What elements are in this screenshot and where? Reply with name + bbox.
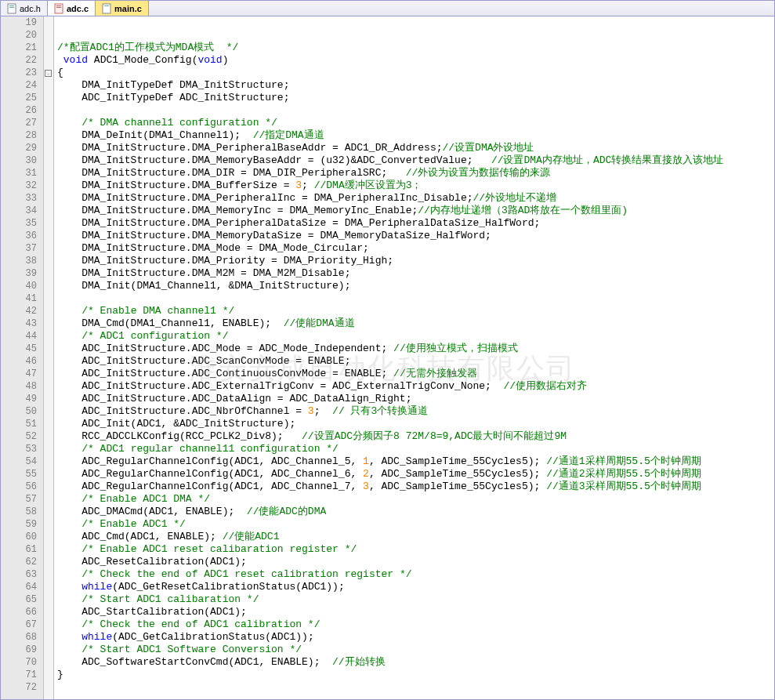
code-line[interactable]: /* Enable DMA channel1 */ (57, 305, 774, 317)
fold-cell (44, 606, 53, 618)
code-line[interactable]: ADC_InitTypeDef ADC_InitStructure; (57, 92, 774, 104)
code-line[interactable]: DMA_InitStructure.DMA_M2M = DMA_M2M_Disa… (57, 267, 774, 280)
fold-gutter[interactable]: - (44, 16, 54, 699)
fold-cell (44, 16, 53, 29)
code-line[interactable]: DMA_Init(DMA1_Channel1, &DMA_InitStructu… (57, 280, 774, 292)
code-line[interactable]: DMA_InitStructure.DMA_Priority = DMA_Pri… (57, 255, 774, 267)
code-line[interactable]: DMA_InitStructure.DMA_PeripheralDataSize… (57, 217, 774, 230)
line-number: 53 (1, 443, 37, 455)
code-line[interactable] (57, 681, 774, 694)
fold-cell (44, 180, 53, 192)
line-number: 20 (1, 29, 37, 42)
code-line[interactable]: ADC_InitStructure.ADC_DataAlign = ADC_Da… (57, 393, 774, 405)
code-line[interactable]: /* ADC1 regular channel11 configuration … (57, 443, 774, 455)
fold-cell (44, 669, 53, 681)
code-line[interactable]: ADC_InitStructure.ADC_ExternalTrigConv =… (57, 380, 774, 393)
line-number: 52 (1, 430, 37, 443)
code-line[interactable] (57, 16, 774, 29)
tab-main-c[interactable]: main.c (96, 1, 149, 16)
code-line[interactable]: ADC_ResetCalibration(ADC1); (57, 556, 774, 568)
code-line[interactable]: DMA_InitStructure.DMA_MemoryDataSize = D… (57, 230, 774, 242)
line-number: 22 (1, 54, 37, 67)
code-line[interactable]: } (57, 669, 774, 681)
code-line[interactable]: while(ADC_GetResetCalibrationStatus(ADC1… (57, 581, 774, 593)
line-number: 42 (1, 305, 37, 317)
code-line[interactable]: /*配置ADC1的工作模式为MDA模式 */ (57, 42, 774, 54)
code-line[interactable]: ADC_InitStructure.ADC_ScanConvMode = ENA… (57, 355, 774, 368)
fold-cell (44, 355, 53, 368)
fold-cell (44, 455, 53, 468)
code-line[interactable]: /* Start ADC1 calibaration */ (57, 593, 774, 606)
fold-cell (44, 405, 53, 418)
fold-cell (44, 506, 53, 518)
fold-cell (44, 54, 53, 67)
tab-adc-c[interactable]: adc.c (48, 1, 96, 16)
code-line[interactable]: ADC_Init(ADC1, &ADC_InitStructure); (57, 418, 774, 430)
code-line[interactable]: ADC_SoftwareStartConvCmd(ADC1, ENABLE); … (57, 656, 774, 669)
code-line[interactable]: DMA_InitStructure.DMA_DIR = DMA_DIR_Peri… (57, 167, 774, 180)
fold-cell (44, 443, 53, 455)
line-number: 23 (1, 67, 37, 79)
line-number: 49 (1, 393, 37, 405)
code-line[interactable]: DMA_Cmd(DMA1_Channel1, ENABLE); //使能DMA通… (57, 317, 774, 330)
line-number: 19 (1, 16, 37, 29)
fold-cell: - (44, 67, 53, 79)
fold-cell (44, 531, 53, 543)
code-line[interactable]: DMA_InitStructure.DMA_MemoryInc = DMA_Me… (57, 205, 774, 217)
code-line[interactable]: DMA_InitStructure.DMA_PeripheralBaseAddr… (57, 142, 774, 154)
code-line[interactable]: /* Enable ADC1 reset calibaration regist… (57, 543, 774, 556)
code-line[interactable]: DMA_InitStructure.DMA_PeripheralInc = DM… (57, 192, 774, 205)
fold-cell (44, 656, 53, 669)
code-line[interactable]: /* Check the end of ADC1 reset calibrati… (57, 568, 774, 581)
code-line[interactable]: ADC_RegularChannelConfig(ADC1, ADC_Chann… (57, 481, 774, 493)
code-line[interactable]: DMA_InitStructure.DMA_BufferSize = 3; //… (57, 180, 774, 192)
code-line[interactable]: /* Enable ADC1 */ (57, 518, 774, 531)
fold-cell (44, 581, 53, 593)
code-line[interactable]: DMA_DeInit(DMA1_Channel1); //指定DMA通道 (57, 129, 774, 142)
code-line[interactable]: ADC_Cmd(ADC1, ENABLE); //使能ADC1 (57, 531, 774, 543)
code-line[interactable]: /* DMA channel1 configuration */ (57, 117, 774, 129)
code-line[interactable]: ADC_InitStructure.ADC_ContinuousConvMode… (57, 368, 774, 380)
line-number: 24 (1, 79, 37, 92)
code-line[interactable] (57, 104, 774, 117)
code-line[interactable]: ADC_InitStructure.ADC_Mode = ADC_Mode_In… (57, 343, 774, 355)
line-number: 27 (1, 117, 37, 129)
tab-adc-h[interactable]: adc.h (1, 1, 48, 16)
code-line[interactable]: ADC_InitStructure.ADC_NbrOfChannel = 3; … (57, 405, 774, 418)
code-line[interactable]: RCC_ADCCLKConfig(RCC_PCLK2_Div8); //设置AD… (57, 430, 774, 443)
fold-cell (44, 330, 53, 343)
tab-label: adc.c (67, 4, 89, 13)
line-number: 31 (1, 167, 37, 180)
svg-rect-5 (56, 7, 61, 8)
code-editor[interactable]: /*配置ADC1的工作模式为MDA模式 */ void ADC1_Mode_Co… (54, 16, 774, 699)
fold-toggle-icon[interactable]: - (45, 70, 52, 77)
code-line[interactable]: ADC_RegularChannelConfig(ADC1, ADC_Chann… (57, 468, 774, 481)
code-line[interactable]: DMA_InitTypeDef DMA_InitStructure; (57, 79, 774, 92)
fold-cell (44, 343, 53, 355)
code-line[interactable]: ADC_RegularChannelConfig(ADC1, ADC_Chann… (57, 455, 774, 468)
code-line[interactable]: /* Enable ADC1 DMA */ (57, 493, 774, 506)
line-number: 61 (1, 543, 37, 556)
code-line[interactable]: ADC_StartCalibration(ADC1); (57, 606, 774, 618)
code-line[interactable] (57, 29, 774, 42)
code-line[interactable]: ADC_DMACmd(ADC1, ENABLE); //使能ADC的DMA (57, 506, 774, 518)
fold-cell (44, 556, 53, 568)
fold-cell (44, 217, 53, 230)
line-number: 28 (1, 129, 37, 142)
code-line[interactable]: { (57, 67, 774, 79)
code-line[interactable]: /* ADC1 configuration */ (57, 330, 774, 343)
code-line[interactable] (57, 292, 774, 305)
code-line[interactable]: /* Start ADC1 Software Conversion */ (57, 644, 774, 656)
code-line[interactable]: DMA_InitStructure.DMA_Mode = DMA_Mode_Ci… (57, 242, 774, 255)
fold-cell (44, 518, 53, 531)
fold-cell (44, 79, 53, 92)
code-line[interactable]: void ADC1_Mode_Config(void) (57, 54, 774, 67)
line-number: 56 (1, 481, 37, 493)
tab-label: adc.h (20, 4, 41, 13)
fold-cell (44, 154, 53, 167)
code-line[interactable]: /* Check the end of ADC1 calibration */ (57, 618, 774, 631)
fold-cell (44, 368, 53, 380)
code-line[interactable]: while(ADC_GetCalibrationStatus(ADC1)); (57, 631, 774, 644)
fold-cell (44, 142, 53, 154)
code-line[interactable]: DMA_InitStructure.DMA_MemoryBaseAddr = (… (57, 154, 774, 167)
